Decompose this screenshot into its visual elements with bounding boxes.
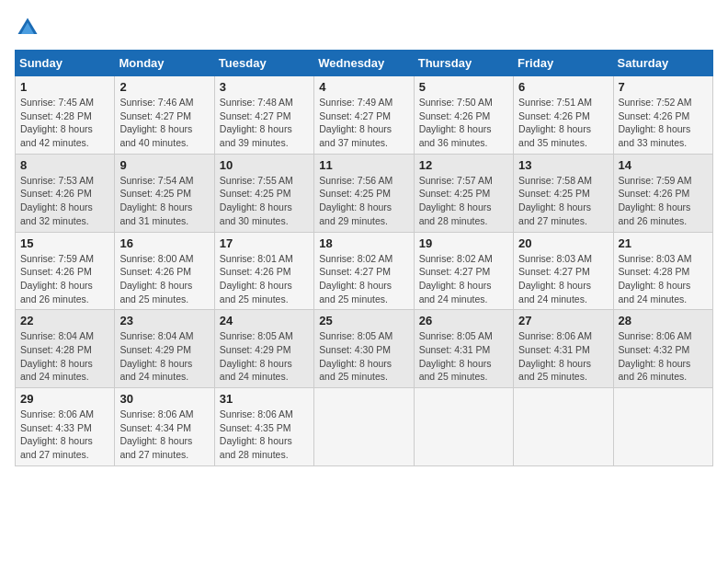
day-number: 21	[619, 236, 708, 250]
calendar-day-cell: 4Sunrise: 7:49 AMSunset: 4:27 PMDaylight…	[314, 76, 414, 155]
calendar-day-cell: 30Sunrise: 8:06 AMSunset: 4:34 PMDayligh…	[115, 388, 214, 466]
day-number: 25	[319, 314, 408, 327]
day-number: 4	[319, 80, 408, 94]
page-header	[15, 15, 713, 40]
day-number: 29	[20, 392, 109, 406]
calendar-week-row: 8Sunrise: 7:53 AMSunset: 4:26 PMDaylight…	[16, 154, 713, 232]
calendar-day-cell: 17Sunrise: 8:01 AMSunset: 4:26 PMDayligh…	[214, 232, 313, 310]
day-detail: Sunrise: 8:06 AMSunset: 4:31 PMDaylight:…	[518, 329, 608, 384]
day-of-week-header: Friday	[514, 51, 613, 76]
calendar-day-cell: 26Sunrise: 8:05 AMSunset: 4:31 PMDayligh…	[414, 310, 513, 388]
calendar-day-cell: 21Sunrise: 8:03 AMSunset: 4:28 PMDayligh…	[613, 232, 712, 310]
calendar-day-cell: 19Sunrise: 8:02 AMSunset: 4:27 PMDayligh…	[414, 232, 513, 310]
day-number: 17	[220, 236, 309, 250]
day-number: 22	[20, 314, 109, 327]
day-number: 7	[619, 80, 708, 94]
day-detail: Sunrise: 8:06 AMSunset: 4:34 PMDaylight:…	[119, 408, 209, 462]
day-detail: Sunrise: 8:05 AMSunset: 4:29 PMDaylight:…	[220, 329, 309, 384]
calendar-day-cell: 6Sunrise: 7:51 AMSunset: 4:26 PMDaylight…	[514, 76, 613, 155]
calendar-day-cell: 9Sunrise: 7:54 AMSunset: 4:25 PMDaylight…	[115, 154, 214, 232]
day-detail: Sunrise: 7:58 AMSunset: 4:25 PMDaylight:…	[518, 174, 608, 228]
day-detail: Sunrise: 8:01 AMSunset: 4:26 PMDaylight:…	[220, 252, 309, 306]
calendar-day-cell: 1Sunrise: 7:45 AMSunset: 4:28 PMDaylight…	[16, 76, 115, 155]
calendar-day-cell: 22Sunrise: 8:04 AMSunset: 4:28 PMDayligh…	[16, 310, 115, 388]
calendar-table: SundayMondayTuesdayWednesdayThursdayFrid…	[15, 50, 713, 466]
day-detail: Sunrise: 7:51 AMSunset: 4:26 PMDaylight:…	[518, 96, 608, 150]
calendar-day-cell: 16Sunrise: 8:00 AMSunset: 4:26 PMDayligh…	[115, 232, 214, 310]
calendar-day-cell	[613, 388, 712, 466]
day-number: 15	[20, 236, 109, 250]
day-detail: Sunrise: 8:06 AMSunset: 4:32 PMDaylight:…	[619, 329, 708, 384]
day-number: 27	[518, 314, 608, 327]
day-number: 8	[20, 158, 109, 172]
day-number: 11	[319, 158, 408, 172]
day-number: 23	[119, 314, 209, 327]
day-of-week-header: Monday	[115, 51, 214, 76]
day-detail: Sunrise: 7:56 AMSunset: 4:25 PMDaylight:…	[319, 174, 408, 228]
day-number: 14	[619, 158, 708, 172]
calendar-day-cell: 13Sunrise: 7:58 AMSunset: 4:25 PMDayligh…	[514, 154, 613, 232]
day-number: 9	[119, 158, 209, 172]
calendar-day-cell: 20Sunrise: 8:03 AMSunset: 4:27 PMDayligh…	[514, 232, 613, 310]
day-number: 30	[119, 392, 209, 406]
day-detail: Sunrise: 7:52 AMSunset: 4:26 PMDaylight:…	[619, 96, 708, 150]
calendar-day-cell: 14Sunrise: 7:59 AMSunset: 4:26 PMDayligh…	[613, 154, 712, 232]
calendar-day-cell: 23Sunrise: 8:04 AMSunset: 4:29 PMDayligh…	[115, 310, 214, 388]
calendar-day-cell	[314, 388, 414, 466]
calendar-day-cell: 10Sunrise: 7:55 AMSunset: 4:25 PMDayligh…	[214, 154, 313, 232]
calendar-header-row: SundayMondayTuesdayWednesdayThursdayFrid…	[16, 51, 713, 76]
calendar-day-cell: 7Sunrise: 7:52 AMSunset: 4:26 PMDaylight…	[613, 76, 712, 155]
calendar-day-cell: 24Sunrise: 8:05 AMSunset: 4:29 PMDayligh…	[214, 310, 313, 388]
calendar-day-cell: 27Sunrise: 8:06 AMSunset: 4:31 PMDayligh…	[514, 310, 613, 388]
calendar-day-cell: 11Sunrise: 7:56 AMSunset: 4:25 PMDayligh…	[314, 154, 414, 232]
day-number: 12	[419, 158, 508, 172]
day-number: 3	[220, 80, 309, 94]
day-detail: Sunrise: 7:57 AMSunset: 4:25 PMDaylight:…	[419, 174, 508, 228]
calendar-day-cell: 3Sunrise: 7:48 AMSunset: 4:27 PMDaylight…	[214, 76, 313, 155]
day-detail: Sunrise: 8:02 AMSunset: 4:27 PMDaylight:…	[319, 252, 408, 306]
logo	[15, 15, 44, 40]
calendar-day-cell	[514, 388, 613, 466]
day-detail: Sunrise: 8:03 AMSunset: 4:27 PMDaylight:…	[518, 252, 608, 306]
day-number: 28	[619, 314, 708, 327]
calendar-week-row: 1Sunrise: 7:45 AMSunset: 4:28 PMDaylight…	[16, 76, 713, 155]
day-detail: Sunrise: 7:53 AMSunset: 4:26 PMDaylight:…	[20, 174, 109, 228]
calendar-day-cell: 18Sunrise: 8:02 AMSunset: 4:27 PMDayligh…	[314, 232, 414, 310]
day-of-week-header: Tuesday	[214, 51, 313, 76]
day-of-week-header: Saturday	[613, 51, 712, 76]
calendar-day-cell: 8Sunrise: 7:53 AMSunset: 4:26 PMDaylight…	[16, 154, 115, 232]
calendar-day-cell: 12Sunrise: 7:57 AMSunset: 4:25 PMDayligh…	[414, 154, 513, 232]
day-of-week-header: Thursday	[414, 51, 513, 76]
day-number: 19	[419, 236, 508, 250]
day-detail: Sunrise: 7:50 AMSunset: 4:26 PMDaylight:…	[419, 96, 508, 150]
day-detail: Sunrise: 8:02 AMSunset: 4:27 PMDaylight:…	[419, 252, 508, 306]
day-number: 2	[119, 80, 209, 94]
calendar-day-cell: 31Sunrise: 8:06 AMSunset: 4:35 PMDayligh…	[214, 388, 313, 466]
calendar-day-cell	[414, 388, 513, 466]
day-number: 20	[518, 236, 608, 250]
day-detail: Sunrise: 7:54 AMSunset: 4:25 PMDaylight:…	[119, 174, 209, 228]
calendar-day-cell: 5Sunrise: 7:50 AMSunset: 4:26 PMDaylight…	[414, 76, 513, 155]
day-detail: Sunrise: 7:45 AMSunset: 4:28 PMDaylight:…	[20, 96, 109, 150]
day-detail: Sunrise: 7:59 AMSunset: 4:26 PMDaylight:…	[20, 252, 109, 306]
day-number: 13	[518, 158, 608, 172]
day-detail: Sunrise: 7:59 AMSunset: 4:26 PMDaylight:…	[619, 174, 708, 228]
day-number: 31	[220, 392, 309, 406]
day-number: 18	[319, 236, 408, 250]
day-detail: Sunrise: 8:06 AMSunset: 4:35 PMDaylight:…	[220, 408, 309, 462]
day-detail: Sunrise: 8:05 AMSunset: 4:30 PMDaylight:…	[319, 329, 408, 384]
calendar-week-row: 29Sunrise: 8:06 AMSunset: 4:33 PMDayligh…	[16, 388, 713, 466]
calendar-day-cell: 2Sunrise: 7:46 AMSunset: 4:27 PMDaylight…	[115, 76, 214, 155]
day-of-week-header: Wednesday	[314, 51, 414, 76]
day-detail: Sunrise: 8:03 AMSunset: 4:28 PMDaylight:…	[619, 252, 708, 306]
day-detail: Sunrise: 7:49 AMSunset: 4:27 PMDaylight:…	[319, 96, 408, 150]
calendar-week-row: 15Sunrise: 7:59 AMSunset: 4:26 PMDayligh…	[16, 232, 713, 310]
day-detail: Sunrise: 8:04 AMSunset: 4:29 PMDaylight:…	[119, 329, 209, 384]
day-detail: Sunrise: 7:55 AMSunset: 4:25 PMDaylight:…	[220, 174, 309, 228]
day-detail: Sunrise: 8:05 AMSunset: 4:31 PMDaylight:…	[419, 329, 508, 384]
calendar-day-cell: 25Sunrise: 8:05 AMSunset: 4:30 PMDayligh…	[314, 310, 414, 388]
day-number: 1	[20, 80, 109, 94]
calendar-week-row: 22Sunrise: 8:04 AMSunset: 4:28 PMDayligh…	[16, 310, 713, 388]
day-detail: Sunrise: 8:04 AMSunset: 4:28 PMDaylight:…	[20, 329, 109, 384]
logo-icon	[15, 15, 40, 40]
